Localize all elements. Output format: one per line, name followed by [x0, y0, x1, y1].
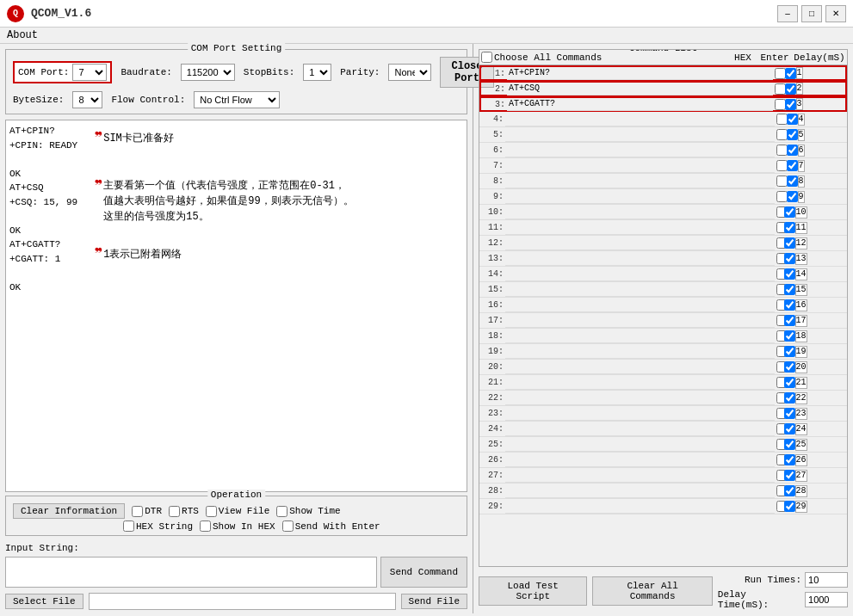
- enter-checkbox[interactable]: [785, 83, 796, 95]
- delay-input[interactable]: [800, 98, 844, 110]
- parity-select[interactable]: None: [388, 64, 431, 81]
- cmd-input[interactable]: [505, 283, 775, 297]
- stopbits-select[interactable]: 1: [303, 64, 331, 81]
- enter-checkbox[interactable]: [784, 470, 795, 481]
- enter-checkbox[interactable]: [784, 408, 795, 419]
- cmd-input[interactable]: [505, 345, 775, 359]
- delay-input[interactable]: [802, 299, 845, 311]
- enter-checkbox[interactable]: [787, 114, 798, 125]
- enter-checkbox[interactable]: [784, 423, 795, 434]
- enter-checkbox[interactable]: [784, 237, 795, 249]
- enter-checkbox[interactable]: [784, 346, 795, 357]
- cmd-input[interactable]: [505, 469, 775, 483]
- delay-input[interactable]: [802, 392, 845, 404]
- delay-input[interactable]: [802, 501, 845, 513]
- cmd-input[interactable]: [505, 376, 775, 390]
- cmd-input[interactable]: [505, 407, 775, 421]
- enter-checkbox[interactable]: [787, 191, 798, 202]
- show-in-hex-checkbox[interactable]: [200, 521, 211, 532]
- delay-input[interactable]: [802, 114, 845, 126]
- enter-checkbox[interactable]: [784, 392, 795, 403]
- clear-info-button[interactable]: Clear Information: [13, 503, 125, 519]
- cmd-input[interactable]: [505, 484, 775, 498]
- hex-string-checkbox-label[interactable]: HEX String: [123, 521, 193, 532]
- delay-input[interactable]: [802, 222, 845, 234]
- delay-input[interactable]: [802, 145, 845, 157]
- cmd-input[interactable]: [507, 66, 773, 80]
- view-file-checkbox-label[interactable]: View File: [206, 506, 269, 517]
- enter-checkbox[interactable]: [784, 377, 795, 388]
- delay-input[interactable]: [802, 408, 845, 420]
- delay-input[interactable]: [802, 346, 845, 358]
- delay-input[interactable]: [802, 377, 845, 389]
- choose-all-checkbox[interactable]: [481, 52, 492, 63]
- delay-input[interactable]: [802, 454, 845, 466]
- close-button[interactable]: ✕: [825, 5, 846, 22]
- cmd-input[interactable]: [505, 438, 775, 452]
- cmd-input[interactable]: [505, 252, 775, 266]
- cmd-input[interactable]: [505, 128, 775, 142]
- file-path-input[interactable]: [89, 593, 396, 610]
- cmd-input[interactable]: [505, 299, 775, 312]
- show-time-checkbox[interactable]: [276, 506, 287, 517]
- hex-string-checkbox[interactable]: [123, 521, 134, 532]
- enter-checkbox[interactable]: [784, 315, 795, 326]
- enter-checkbox[interactable]: [784, 253, 795, 264]
- cmd-input[interactable]: [505, 206, 775, 219]
- delay-input[interactable]: [802, 206, 845, 219]
- enter-checkbox[interactable]: [784, 206, 795, 218]
- bytesize-select[interactable]: 8: [72, 91, 102, 108]
- enter-checkbox[interactable]: [784, 439, 795, 450]
- show-in-hex-checkbox-label[interactable]: Show In HEX: [200, 521, 275, 532]
- enter-checkbox[interactable]: [785, 99, 796, 110]
- delay-input[interactable]: [802, 268, 845, 280]
- delay-input[interactable]: [802, 423, 845, 435]
- cmd-input[interactable]: [505, 175, 775, 188]
- dtr-checkbox[interactable]: [132, 506, 143, 517]
- input-textarea[interactable]: [5, 557, 377, 588]
- enter-checkbox[interactable]: [784, 501, 795, 512]
- delay-input[interactable]: [802, 176, 845, 188]
- enter-checkbox[interactable]: [784, 222, 795, 233]
- enter-checkbox[interactable]: [784, 485, 795, 496]
- run-times-input[interactable]: [805, 572, 848, 588]
- enter-checkbox[interactable]: [785, 68, 796, 79]
- cmd-input[interactable]: [505, 391, 775, 405]
- enter-checkbox[interactable]: [784, 299, 795, 311]
- cmd-input[interactable]: [505, 113, 775, 126]
- maximize-button[interactable]: □: [801, 5, 822, 22]
- send-with-enter-checkbox[interactable]: [282, 521, 294, 532]
- cmd-input[interactable]: [505, 159, 775, 173]
- cmd-input[interactable]: [505, 237, 775, 250]
- delay-input[interactable]: [802, 160, 845, 172]
- delay-input[interactable]: [800, 83, 844, 95]
- enter-checkbox[interactable]: [784, 284, 795, 295]
- delay-input[interactable]: [802, 361, 845, 373]
- send-with-enter-checkbox-label[interactable]: Send With Enter: [282, 521, 380, 532]
- delay-input[interactable]: [802, 485, 845, 497]
- view-file-checkbox[interactable]: [206, 506, 217, 517]
- cmd-input[interactable]: [505, 190, 775, 204]
- baudrate-select[interactable]: 115200: [181, 64, 235, 81]
- flow-select[interactable]: No Ctrl Flow: [194, 91, 280, 108]
- cmd-input[interactable]: [505, 221, 775, 235]
- send-command-button[interactable]: Send Command: [380, 557, 467, 588]
- minimize-button[interactable]: –: [777, 5, 798, 22]
- delay-time-input[interactable]: [805, 592, 848, 607]
- delay-input[interactable]: [802, 470, 845, 482]
- cmd-input[interactable]: [505, 360, 775, 374]
- rts-checkbox-label[interactable]: RTS: [169, 506, 199, 517]
- enter-checkbox[interactable]: [784, 268, 795, 280]
- load-test-button[interactable]: Load Test Script: [479, 576, 587, 606]
- cmd-input[interactable]: [505, 500, 775, 514]
- enter-checkbox[interactable]: [784, 330, 795, 342]
- enter-checkbox[interactable]: [787, 160, 798, 171]
- delay-input[interactable]: [802, 315, 845, 327]
- clear-all-commands-button[interactable]: Clear All Commands: [592, 576, 712, 606]
- delay-input[interactable]: [802, 284, 845, 296]
- enter-checkbox[interactable]: [787, 129, 798, 140]
- cmd-input[interactable]: [505, 314, 775, 328]
- send-file-button[interactable]: Send File: [401, 594, 467, 609]
- cmd-input[interactable]: [505, 268, 775, 281]
- com-port-select[interactable]: 7: [72, 64, 107, 81]
